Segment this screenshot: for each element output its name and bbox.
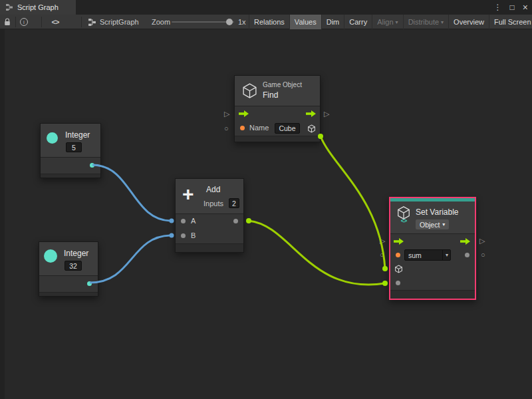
- tab-title: Script Graph: [17, 3, 59, 11]
- input-port-a[interactable]: [181, 219, 186, 223]
- flow-in-port[interactable]: ▷: [380, 237, 385, 245]
- name-value-field[interactable]: Cube: [275, 123, 300, 134]
- node-footer: [176, 243, 243, 252]
- data-out-port[interactable]: ○: [481, 251, 485, 259]
- node-footer: [39, 292, 98, 296]
- value-output-port[interactable]: [465, 253, 469, 257]
- node-footer: [390, 290, 475, 299]
- node-find[interactable]: Game Object Find Name Cube: [234, 75, 321, 142]
- integer-value-field[interactable]: 32: [65, 261, 82, 271]
- canvas-left-edge: [0, 29, 5, 399]
- game-object-output-port[interactable]: [307, 124, 316, 136]
- edit-source-button[interactable]: <>: [47, 15, 64, 29]
- name-input-port[interactable]: [240, 126, 245, 130]
- node-integer-32[interactable]: Integer 32: [39, 241, 98, 297]
- integer-icon: [47, 132, 58, 144]
- flow-out-port[interactable]: ▷: [324, 110, 329, 118]
- variable-scope-dropdown[interactable]: Object ▾: [416, 219, 449, 229]
- distribute-button[interactable]: Distribute ▾: [403, 15, 448, 29]
- info-icon: i: [20, 18, 28, 26]
- toolbar-buttons: Relations Values Dim Carry Align ▾ Distr…: [249, 15, 532, 29]
- node-footer: [41, 174, 100, 178]
- node-header: + Add Inputs 2: [176, 179, 243, 214]
- align-button[interactable]: Align ▾: [372, 15, 402, 29]
- node-add[interactable]: + Add Inputs 2 A B: [175, 178, 244, 253]
- graph-name-label: ScriptGraph: [100, 18, 139, 26]
- integer-icon: [44, 249, 57, 263]
- node-title: Integer: [65, 130, 90, 140]
- dim-button[interactable]: Dim: [321, 15, 344, 29]
- node-title: Integer: [64, 249, 88, 258]
- inspect-button[interactable]: i: [19, 15, 29, 29]
- set-variable-icon: <>: [396, 205, 412, 223]
- code-icon: <>: [52, 18, 59, 26]
- unity-graph-window: Script Graph ⋮ □ × i <>: [0, 0, 532, 399]
- output-port[interactable]: [233, 219, 238, 223]
- output-port[interactable]: [87, 281, 92, 286]
- toolbar-separator: [41, 17, 42, 27]
- zoom-slider-track[interactable]: [172, 21, 234, 23]
- chevron-down-icon: ▾: [441, 19, 444, 25]
- variable-name-port[interactable]: [396, 253, 400, 257]
- game-object-cube-icon: [241, 82, 258, 102]
- inputs-count-field[interactable]: 2: [229, 198, 239, 208]
- lock-button[interactable]: [2, 15, 13, 29]
- chevron-down-icon: ▾: [442, 250, 448, 260]
- flow-out-arrow-icon[interactable]: [460, 238, 470, 245]
- maximize-icon[interactable]: □: [510, 3, 515, 12]
- chevron-down-icon: ▾: [442, 221, 445, 227]
- data-in-port[interactable]: ○: [380, 251, 384, 259]
- toolbar: i <> ScriptGraph Zoom 1x Relations: [0, 15, 532, 29]
- data-in-port[interactable]: ○: [224, 124, 229, 132]
- overview-button[interactable]: Overview: [448, 15, 489, 29]
- variable-name-dropdown[interactable]: sum ▾: [404, 249, 451, 261]
- name-label: Name: [249, 124, 269, 132]
- node-footer: [235, 136, 320, 142]
- chevron-down-icon: ▾: [396, 19, 398, 25]
- fullscreen-button[interactable]: Full Screen: [489, 15, 532, 29]
- port-a-label: A: [191, 217, 196, 225]
- node-title: Find: [263, 90, 278, 100]
- node-header: <> Set Variable Object ▾: [390, 201, 475, 234]
- node-integer-5[interactable]: Integer 5: [40, 123, 101, 178]
- toolbar-separator: [15, 17, 16, 27]
- titlebar: Script Graph ⋮ □ ×: [0, 0, 532, 15]
- object-input-port[interactable]: [394, 264, 403, 276]
- node-category: Game Object: [263, 81, 302, 88]
- node-ports: [41, 158, 100, 174]
- node-header: Integer 5: [41, 124, 100, 158]
- window-menu-icon[interactable]: ⋮: [494, 3, 502, 12]
- value-input-port[interactable]: [396, 281, 400, 285]
- port-b-label: B: [191, 231, 196, 239]
- window-tab[interactable]: Script Graph: [0, 0, 76, 15]
- carry-button[interactable]: Carry: [344, 15, 372, 29]
- lock-icon: [4, 18, 11, 26]
- output-port[interactable]: [90, 163, 94, 168]
- flow-in-arrow-icon[interactable]: [239, 110, 249, 117]
- toolbar-separator: [81, 17, 82, 27]
- values-button[interactable]: Values: [289, 15, 321, 29]
- flow-in-arrow-icon[interactable]: [394, 238, 404, 245]
- zoom-label: Zoom: [152, 15, 170, 29]
- node-header: Game Object Find: [235, 76, 320, 106]
- flow-out-port[interactable]: ▷: [479, 237, 485, 245]
- script-graph-tab-icon: [5, 3, 13, 11]
- node-set-variable[interactable]: <> Set Variable Object ▾ sum ▾: [389, 197, 476, 300]
- graph-breadcrumb[interactable]: ScriptGraph: [88, 15, 139, 29]
- node-ports: sum ▾: [390, 234, 475, 290]
- relations-button[interactable]: Relations: [249, 15, 289, 29]
- inputs-label: Inputs: [203, 200, 223, 207]
- node-ports: A B: [176, 214, 243, 243]
- integer-value-field[interactable]: 5: [66, 142, 82, 152]
- zoom-value: 1x: [238, 15, 246, 29]
- flow-out-arrow-icon[interactable]: [306, 110, 316, 117]
- node-header: Integer 32: [39, 242, 98, 276]
- node-ports: Name Cube: [235, 106, 320, 136]
- zoom-slider-handle[interactable]: [226, 19, 233, 25]
- window-controls: ⋮ □ ×: [494, 0, 528, 15]
- graph-asset-icon: [88, 18, 96, 27]
- input-port-b[interactable]: [181, 233, 186, 238]
- close-icon[interactable]: ×: [523, 2, 528, 13]
- flow-in-port[interactable]: ▷: [224, 110, 229, 118]
- node-title: Set Variable: [416, 207, 458, 217]
